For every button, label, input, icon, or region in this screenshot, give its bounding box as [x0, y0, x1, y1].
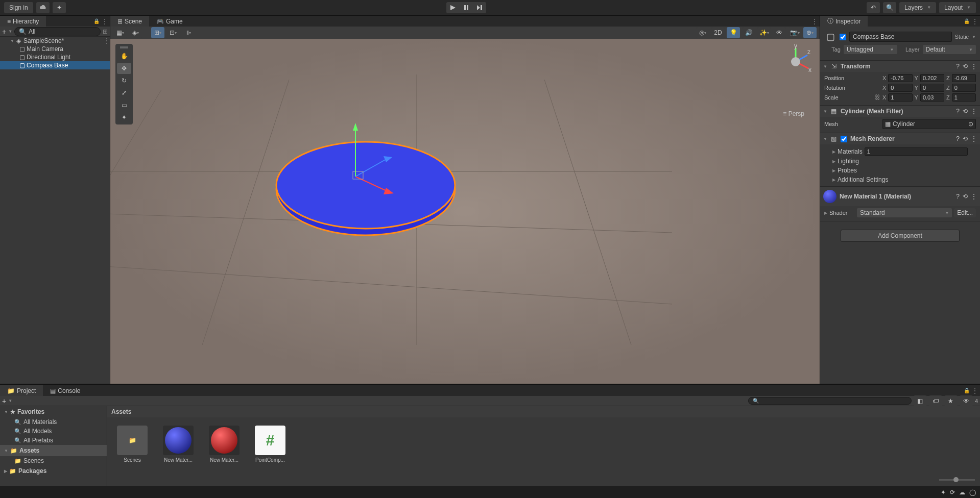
collapse-icon[interactable]: ▼	[823, 137, 827, 141]
search-context[interactable]: ◧	[914, 395, 927, 407]
overlay-toggle[interactable]: ⊞▾	[151, 27, 164, 38]
toggle-2d[interactable]: 2D	[711, 27, 725, 38]
increment-snap[interactable]: ⫴▾	[182, 27, 195, 38]
panel-menu-icon[interactable]: ⋮	[102, 18, 108, 25]
scale-z[interactable]	[952, 93, 976, 102]
collapse-icon[interactable]: ▼	[823, 109, 827, 114]
panel-menu-icon[interactable]: ⋮	[972, 18, 978, 25]
picker-icon[interactable]: ⊙	[968, 120, 973, 128]
assets-group[interactable]: ▼📁 Assets	[0, 445, 107, 456]
object-name-input[interactable]	[849, 32, 952, 42]
hierarchy-tab[interactable]: ≡ Hierarchy	[0, 15, 46, 27]
gizmos-toggle[interactable]: ⊕▾	[803, 27, 817, 38]
menu-icon[interactable]: ⋮	[971, 193, 977, 200]
renderer-enabled[interactable]	[841, 136, 847, 142]
debug-draw[interactable]: ◎▾	[696, 27, 709, 38]
asset-scenes[interactable]: 📁 Scenes	[115, 426, 149, 463]
scene-viewport[interactable]: y x z ≡ Persp ✋ ✥ ↻ ⤢ ▭ ✦	[110, 39, 820, 384]
transform-tool[interactable]: ✦	[117, 112, 131, 123]
help-icon[interactable]: ?	[956, 63, 960, 70]
console-tab[interactable]: ▤ Console	[43, 385, 87, 396]
status-icon[interactable]: ⟳	[950, 489, 955, 496]
status-icon[interactable]: ✦	[941, 489, 946, 496]
filter-type[interactable]: 🏷	[929, 395, 942, 407]
rot-x[interactable]	[888, 84, 912, 92]
asset-script[interactable]: # PointComp...	[253, 426, 287, 463]
materials-count[interactable]	[865, 147, 968, 156]
tool-toggle2[interactable]: ◈▾	[129, 27, 142, 38]
scenes-folder[interactable]: 📁 Scenes	[0, 456, 107, 465]
rot-z[interactable]	[952, 84, 976, 92]
shader-dropdown[interactable]: Standard▼	[857, 208, 952, 217]
add-component-button[interactable]: Add Component	[841, 230, 960, 242]
lock-icon[interactable]: 🔒	[93, 18, 100, 24]
scene-node[interactable]: ▼ ◈ SampleScene* ⋮	[0, 37, 110, 45]
packages-group[interactable]: ▶📁 Packages	[0, 465, 107, 477]
step-button[interactable]	[473, 2, 486, 13]
tool-toggle1[interactable]: ▦▾	[113, 27, 127, 38]
fx-toggle[interactable]: ✨▾	[757, 27, 771, 38]
search-icon[interactable]: 🔍	[883, 2, 896, 13]
layers-dropdown[interactable]: Layers▼	[899, 2, 936, 13]
help-icon[interactable]: ?	[956, 135, 960, 142]
asset-material-red[interactable]: New Mater...	[207, 426, 241, 463]
light-toggle[interactable]: 💡	[727, 27, 740, 38]
signin-button[interactable]: Sign in	[4, 2, 33, 13]
layout-dropdown[interactable]: Layout▼	[939, 2, 976, 13]
scene-menu-icon[interactable]: ⋮	[104, 37, 110, 44]
mesh-field[interactable]: ▦ Cylinder ⊙	[882, 119, 976, 129]
scene-tab[interactable]: ⊞ Scene	[110, 15, 149, 27]
tag-dropdown[interactable]: Untagged▼	[844, 45, 897, 54]
fav-materials[interactable]: 🔍 All Materials	[0, 417, 107, 427]
add-dropdown-icon[interactable]: ▼	[8, 399, 12, 403]
inspector-tab[interactable]: ⓘ Inspector	[820, 15, 868, 27]
rotate-tool[interactable]: ↻	[117, 75, 131, 86]
lock-icon[interactable]: 🔒	[964, 388, 970, 393]
help-icon[interactable]: ?	[956, 193, 960, 200]
scale-x[interactable]	[888, 93, 912, 102]
persp-label[interactable]: ≡ Persp	[783, 110, 804, 117]
favorites-group[interactable]: ▼★ Favorites	[0, 406, 107, 417]
hierarchy-item-compass[interactable]: ▢ Compass Base	[0, 61, 110, 69]
hierarchy-search[interactable]: 🔍 All	[14, 27, 101, 36]
probes-foldout[interactable]: ▶Probes	[824, 166, 976, 175]
thumbnail-slider[interactable]	[939, 479, 975, 481]
scale-tool[interactable]: ⤢	[117, 87, 131, 98]
menu-icon[interactable]: ⋮	[971, 135, 977, 142]
hierarchy-item-camera[interactable]: ▢ Main Camera	[0, 45, 110, 53]
menu-icon[interactable]: ⋮	[971, 63, 977, 70]
reset-icon[interactable]: ⟲	[963, 135, 968, 142]
transform-gizmo[interactable]	[335, 120, 396, 202]
undo-history-icon[interactable]: ↶	[867, 2, 880, 13]
cloud-icon[interactable]	[36, 2, 50, 13]
static-dropdown[interactable]: ▼	[972, 35, 976, 39]
edit-shader-button[interactable]: Edit...	[954, 208, 976, 217]
scale-y[interactable]	[920, 93, 944, 102]
additional-foldout[interactable]: ▶Additional Settings	[824, 175, 976, 184]
pos-y[interactable]	[920, 74, 944, 82]
lock-icon[interactable]: 🔒	[964, 18, 970, 24]
reset-icon[interactable]: ⟲	[963, 63, 968, 70]
asset-material-blue[interactable]: New Mater...	[161, 426, 195, 463]
fav-models[interactable]: 🔍 All Models	[0, 427, 107, 436]
hidden-toggle[interactable]: 👁	[960, 395, 973, 407]
move-tool[interactable]: ✥	[117, 63, 131, 74]
project-search[interactable]: 🔍	[748, 397, 912, 405]
rot-y[interactable]	[920, 84, 944, 92]
fav-prefabs[interactable]: 🔍 All Prefabs	[0, 436, 107, 445]
add-icon[interactable]: +	[2, 397, 6, 405]
pos-z[interactable]	[952, 74, 976, 82]
link-icon[interactable]: ⛓	[874, 94, 880, 101]
reset-icon[interactable]: ⟲	[963, 193, 968, 200]
reset-icon[interactable]: ⟲	[963, 108, 968, 115]
pause-button[interactable]	[460, 2, 473, 13]
audio-toggle[interactable]: 🔊	[742, 27, 755, 38]
project-tab[interactable]: 📁 Project	[0, 385, 43, 396]
materials-foldout[interactable]: ▶Materials	[824, 146, 976, 157]
active-checkbox[interactable]	[840, 34, 846, 40]
settings-icon[interactable]: ✦	[53, 2, 66, 13]
filter-label[interactable]: ★	[944, 395, 958, 407]
hierarchy-item-light[interactable]: ▢ Directional Light	[0, 53, 110, 61]
material-foldout[interactable]: ▶	[824, 211, 827, 215]
search-options-icon[interactable]: ⊞	[103, 28, 108, 35]
